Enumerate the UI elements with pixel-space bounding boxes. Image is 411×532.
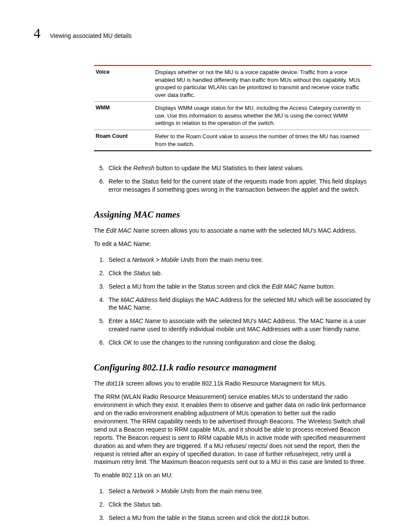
emphasis: MAC Address	[121, 296, 158, 303]
emphasis: MAC Name	[130, 317, 161, 324]
emphasis: Status	[134, 270, 151, 277]
emphasis: Status	[142, 178, 159, 185]
emphasis: Status	[134, 501, 151, 508]
page-header: 4 Viewing associated MU details	[34, 24, 377, 43]
steps-list-continued: Click the Refresh button to update the M…	[94, 162, 371, 196]
list-item: Select a MU from the table in the Status…	[106, 280, 371, 293]
document-page: 4 Viewing associated MU details VoiceDis…	[0, 0, 411, 532]
list-item: Click the Status tab.	[106, 267, 371, 280]
table-row: WMMDisplays WMM usage status for the MU,…	[94, 102, 371, 130]
chapter-title: Viewing associated MU details	[50, 32, 132, 40]
list-item: Select a Network > Mobile Units from the…	[106, 485, 371, 498]
emphasis: Edit MAC Name	[272, 283, 315, 290]
paragraph: The dot11k screen allows you to enable 8…	[94, 380, 371, 388]
list-item: Select a Network > Mobile Units from the…	[106, 253, 371, 267]
table-description: Displays WMM usage status for the MU, in…	[155, 102, 371, 130]
emphasis: OK	[123, 339, 132, 346]
emphasis: Network > Mobile Units	[132, 488, 194, 495]
heading-configuring-80211k: Configuring 802.11.k radio resource mana…	[94, 361, 377, 373]
table-term: Roam Count	[94, 130, 155, 151]
paragraph: The RRM (WLAN Radio Resource Measurement…	[94, 393, 371, 466]
emphasis: Network > Mobile Units	[132, 256, 194, 263]
definition-table: VoiceDisplays whether or not the MU is a…	[94, 65, 371, 151]
table-row: VoiceDisplays whether or not the MU is a…	[94, 65, 371, 102]
table-description: Displays whether or not the MU is a voic…	[155, 65, 371, 102]
emphasis: Refresh	[134, 165, 155, 171]
emphasis: dot11k	[272, 514, 290, 521]
steps-list-80211k: Select a Network > Mobile Units from the…	[94, 485, 371, 525]
steps-list-mac-name: Select a Network > Mobile Units from the…	[94, 253, 371, 349]
table-row: Roam CountRefer to the Roam Count value …	[94, 130, 371, 151]
paragraph: To edit a MAC Name:	[94, 240, 371, 248]
list-item: Enter a MAC Name to associate with the s…	[106, 314, 371, 336]
table-description: Refer to the Roam Count value to assess …	[155, 130, 371, 151]
list-item: Click the Status tab.	[106, 498, 371, 511]
table-term: WMM	[94, 102, 155, 130]
paragraph: The Edit MAC Name screen allows you to a…	[94, 227, 371, 235]
emphasis: dot11k	[106, 380, 124, 387]
list-item: Select a MU from the table in the Status…	[106, 511, 371, 525]
chapter-number: 4	[34, 24, 40, 43]
list-item: Refer to the Status field for the curren…	[106, 175, 371, 196]
emphasis: Edit MAC Name	[106, 227, 149, 234]
list-item: The MAC Address field displays the MAC A…	[106, 293, 371, 315]
paragraph: To enable 802.11k on an MU:	[94, 471, 371, 479]
list-item: Click the Refresh button to update the M…	[106, 162, 371, 175]
table-term: Voice	[94, 65, 155, 102]
list-item: Click OK to use the changes to the runni…	[106, 336, 371, 349]
heading-assigning-mac-names: Assigning MAC names	[94, 208, 377, 221]
